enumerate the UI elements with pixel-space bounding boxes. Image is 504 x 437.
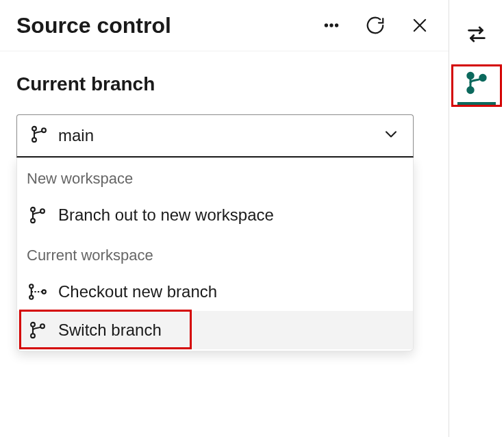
svg-point-6 [32,138,36,142]
svg-point-7 [42,128,46,132]
branch-icon [29,125,49,147]
source-control-panel: Source control [0,0,449,437]
panel-header: Source control [0,0,449,51]
rail-active-indicator [457,102,496,105]
rail-source-control-button[interactable] [460,71,493,95]
svg-point-16 [42,290,46,293]
dropdown-item-checkout[interactable]: Checkout new branch [17,273,413,311]
swap-icon [465,23,488,46]
chevron-down-icon [381,125,401,147]
svg-point-0 [325,25,327,27]
svg-point-2 [336,25,338,27]
branch-icon [27,205,49,225]
svg-point-1 [331,25,333,27]
dropdown-item-label: Switch branch [58,321,162,340]
dropdown-group-current-workspace: Current workspace [17,234,413,273]
close-icon [410,16,429,35]
panel-title: Source control [16,13,320,38]
svg-point-14 [29,295,33,299]
more-button[interactable] [320,14,343,37]
branch-dropdown: New workspace Branch out to new workspac… [16,158,414,351]
source-control-icon [464,71,489,95]
rail-swap-button[interactable] [460,18,493,51]
right-rail [449,0,504,437]
svg-point-18 [31,334,35,338]
close-button[interactable] [407,13,432,38]
rail-source-control-selected [451,64,502,107]
branch-select-value: main [58,126,381,145]
switch-branch-icon [27,321,49,340]
dropdown-item-label: Checkout new branch [58,282,217,301]
dropdown-item-label: Branch out to new workspace [58,205,274,225]
dropdown-item-switch-branch[interactable]: Switch branch [17,311,413,349]
svg-point-17 [31,323,35,327]
svg-point-19 [40,324,45,328]
current-branch-label: Current branch [16,73,432,95]
svg-point-23 [468,73,473,78]
dropdown-item-branch-out[interactable]: Branch out to new workspace [17,196,413,234]
checkout-icon [27,282,49,301]
more-icon [323,16,340,34]
svg-point-13 [29,284,33,288]
dropdown-group-new-workspace: New workspace [17,158,413,196]
refresh-button[interactable] [362,12,388,38]
branch-select[interactable]: main [16,114,414,158]
panel-content: Current branch main New workspace [0,51,449,373]
svg-point-10 [31,218,35,223]
refresh-icon [365,15,386,36]
svg-point-5 [32,127,36,131]
svg-point-24 [468,87,473,92]
svg-point-25 [480,75,486,80]
svg-point-11 [40,209,45,213]
header-actions [320,12,432,38]
svg-point-9 [31,208,35,212]
